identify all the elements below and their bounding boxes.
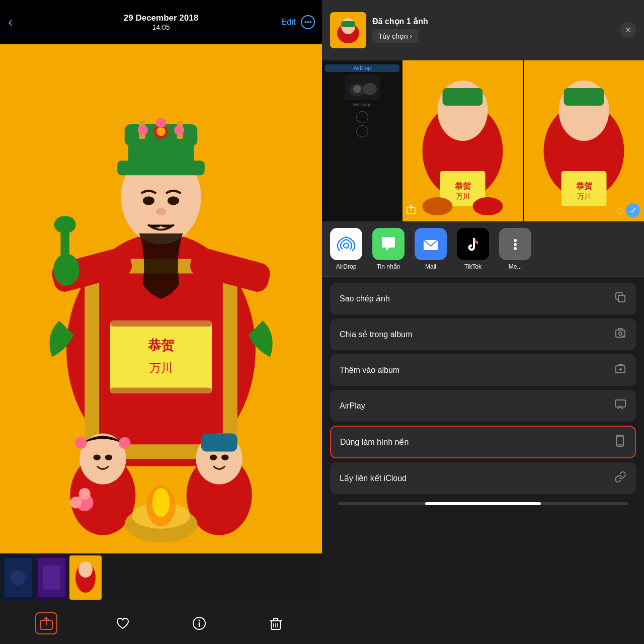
svg-rect-80: [443, 88, 483, 106]
filmstrip-thumb-1[interactable]: [2, 555, 34, 600]
left-header: ‹ 29 December 2018 14:05 Edit •••: [0, 0, 322, 44]
photo-viewer: 恭贺 万川: [0, 44, 322, 553]
svg-point-30: [54, 216, 75, 233]
svg-text:恭贺: 恭贺: [148, 338, 174, 353]
svg-point-107: [622, 336, 624, 338]
more-icon-svg: [506, 235, 524, 253]
svg-rect-104: [618, 295, 625, 302]
back-button[interactable]: ‹: [8, 14, 13, 30]
more-app-icon: [499, 228, 531, 260]
share-in-album-action[interactable]: Chia sẻ trong album: [330, 318, 636, 350]
svg-point-23: [143, 196, 154, 205]
svg-point-24: [168, 196, 179, 205]
chevron-right-icon: ›: [410, 33, 412, 40]
mail-icon-svg: [422, 235, 440, 253]
svg-point-20: [138, 125, 148, 135]
svg-point-45: [152, 488, 170, 517]
svg-point-106: [619, 332, 622, 335]
svg-point-62: [199, 619, 200, 621]
info-button[interactable]: [188, 612, 210, 634]
copy-photo-action[interactable]: Sao chép ảnh: [330, 283, 636, 314]
more-button[interactable]: •••: [301, 15, 315, 29]
airdrop-app-item[interactable]: AirDrop: [330, 228, 362, 270]
share-title: Đã chọn 1 ảnh: [372, 17, 614, 26]
more-app-item[interactable]: Me...: [499, 228, 531, 270]
strip-share-icon: [407, 205, 417, 217]
strip-photo-1[interactable]: 恭贺 万川: [403, 60, 523, 221]
filmstrip-thumb-3[interactable]: [69, 555, 102, 600]
share-photo-strip: AirDrop Message: [322, 60, 644, 221]
share-in-album-label: Chia sẻ trong album: [340, 330, 412, 339]
tiktok-label: TikTok: [464, 263, 481, 270]
svg-point-36: [119, 437, 130, 449]
messages-app-icon: [372, 228, 405, 260]
close-icon: ✕: [625, 25, 631, 35]
svg-rect-41: [201, 433, 237, 451]
svg-point-101: [514, 239, 517, 242]
options-label: Tùy chọn: [378, 32, 408, 40]
share-icon: [39, 616, 53, 630]
tiktok-app-item[interactable]: TikTok: [457, 228, 489, 270]
mail-app-item[interactable]: Mail: [415, 228, 447, 270]
messages-app-item[interactable]: Tin nhắn: [372, 228, 405, 270]
edit-button[interactable]: Edit: [281, 17, 296, 27]
strip-nearby-area: AirDrop Message: [322, 60, 403, 221]
more-icon: •••: [304, 18, 312, 26]
svg-text:万川: 万川: [456, 192, 470, 200]
svg-rect-72: [341, 21, 355, 27]
svg-rect-91: [564, 88, 604, 106]
share-header: Đã chọn 1 ảnh Tùy chọn › ✕: [322, 0, 644, 60]
icloud-link-action[interactable]: Lấy liên kết iCloud: [330, 462, 636, 494]
svg-point-34: [105, 454, 112, 460]
airplay-label: AirPlay: [340, 401, 365, 411]
svg-text:恭贺: 恭贺: [576, 182, 592, 190]
svg-rect-54: [43, 566, 60, 590]
circle-button-2[interactable]: [356, 125, 368, 137]
nearby-devices: Message: [325, 75, 399, 137]
photo-image: 恭贺 万川: [0, 44, 322, 553]
share-header-info: Đã chọn 1 ảnh Tùy chọn ›: [372, 17, 614, 43]
selection-checkmark: ✓: [626, 203, 640, 217]
svg-point-102: [514, 243, 517, 246]
circle-button[interactable]: [356, 111, 368, 123]
close-button[interactable]: ✕: [620, 22, 636, 38]
mail-app-icon: [415, 228, 447, 260]
svg-point-48: [79, 488, 91, 500]
svg-point-103: [514, 247, 517, 250]
nearby-device-1: [345, 75, 380, 100]
filmstrip-thumb-2[interactable]: [36, 555, 68, 600]
svg-rect-8: [110, 320, 212, 327]
left-panel: ‹ 29 December 2018 14:05 Edit •••: [0, 0, 322, 644]
strip-heart-icon: ♡: [616, 206, 624, 217]
svg-point-22: [156, 118, 166, 128]
svg-rect-7: [110, 320, 212, 393]
message-row-label: Message: [353, 102, 372, 107]
heart-icon: [116, 616, 130, 630]
photo-date: 29 December 2018: [124, 13, 198, 23]
svg-point-57: [78, 561, 93, 578]
favorite-button[interactable]: [112, 612, 134, 634]
add-to-album-label: Thêm vào album: [340, 366, 399, 375]
set-wallpaper-action[interactable]: Dùng làm hình nền: [330, 426, 636, 458]
info-icon: [192, 616, 206, 630]
svg-text:万川: 万川: [149, 361, 173, 374]
share-apps-row: AirDrop Tin nhắn Mail: [322, 221, 644, 277]
svg-point-25: [156, 208, 166, 215]
strip-photo-2[interactable]: 恭贺 万川 ✓ ♡: [524, 60, 644, 221]
icloud-link-label: Lấy liên kết iCloud: [340, 473, 407, 483]
svg-point-47: [70, 497, 82, 508]
bottom-indicator: [338, 502, 628, 505]
messages-icon-svg: [379, 235, 397, 253]
svg-point-84: [423, 197, 453, 215]
share-button[interactable]: [35, 612, 57, 634]
svg-rect-9: [110, 387, 212, 393]
airdrop-nearby-label: AirDrop: [325, 64, 399, 72]
airplay-action[interactable]: AirPlay: [330, 390, 636, 422]
left-toolbar: [0, 602, 322, 644]
airdrop-label: AirDrop: [336, 263, 357, 270]
set-wallpaper-label: Dùng làm hình nền: [340, 437, 409, 447]
add-to-album-action[interactable]: Thêm vào album: [330, 354, 636, 386]
delete-button[interactable]: [265, 612, 287, 634]
airdrop-app-icon: [330, 228, 362, 260]
options-button[interactable]: Tùy chọn ›: [372, 29, 418, 43]
